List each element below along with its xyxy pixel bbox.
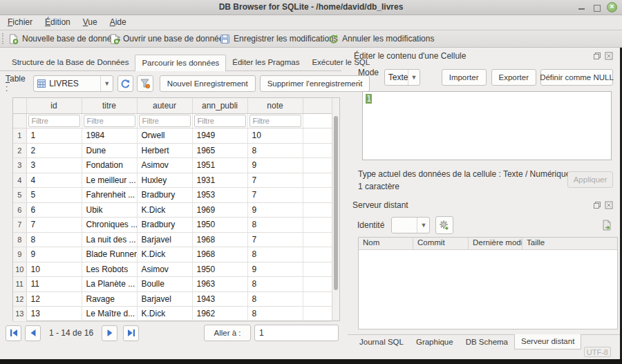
revert-changes-button[interactable]: Annuler les modifications <box>328 30 434 47</box>
grid-cell[interactable]: 8 <box>247 291 303 307</box>
grid-cell[interactable]: Asimov <box>137 262 192 277</box>
clear-filters-button[interactable] <box>137 75 153 92</box>
remote-col-nom[interactable]: Nom <box>359 238 413 249</box>
titlebar[interactable]: DB Browser for SQLite - /home/david/db_l… <box>0 0 622 15</box>
row-number[interactable]: 12 <box>13 291 26 307</box>
filter-input-auteur[interactable] <box>139 115 191 127</box>
grid-cell[interactable]: La nuit des ... <box>82 232 137 247</box>
grid-cell[interactable]: Bradbury <box>137 188 192 203</box>
grid-cell[interactable]: Blade Runner <box>82 247 137 262</box>
grid-cell[interactable]: 7 <box>247 188 303 203</box>
row-number[interactable]: 6 <box>13 202 26 218</box>
row-number[interactable]: 7 <box>13 218 26 233</box>
filter-input-titre[interactable] <box>84 115 135 127</box>
grid-cell[interactable]: Herbert <box>137 143 192 158</box>
grid-cell[interactable]: 8 <box>247 247 303 262</box>
export-button[interactable]: Exporter <box>491 69 536 86</box>
mode-select[interactable]: Texte ▼ <box>384 69 420 86</box>
grid-cell[interactable]: 10 <box>26 262 82 277</box>
grid-cell[interactable]: K.Dick <box>137 307 192 322</box>
table-select[interactable]: LIVRES ▼ <box>33 75 113 92</box>
tab-execute-sql[interactable]: Exécuter le SQL <box>305 55 376 71</box>
grid-cell[interactable]: 8 <box>247 218 303 233</box>
column-header-id[interactable]: id <box>26 98 82 113</box>
close-dock-icon[interactable] <box>605 201 613 209</box>
row-number[interactable]: 8 <box>13 232 26 247</box>
close-icon[interactable] <box>607 2 617 12</box>
open-database-button[interactable]: Ouvrir une base de données <box>109 30 227 47</box>
set-null-button[interactable]: Définir comme NULL <box>540 69 613 86</box>
grid-cell[interactable]: 3 <box>26 158 82 173</box>
grid-cell[interactable]: Asimov <box>137 158 192 173</box>
row-number[interactable]: 4 <box>13 173 26 188</box>
import-button[interactable]: Importer <box>442 69 487 86</box>
grid-cell[interactable]: Le meilleur ... <box>82 173 137 188</box>
grid-cell[interactable]: 8 <box>26 232 82 247</box>
clone-database-icon[interactable] <box>601 219 613 231</box>
column-header-auteur[interactable]: auteur <box>137 98 192 113</box>
next-page-button[interactable] <box>102 325 117 341</box>
row-number[interactable]: 2 <box>13 143 26 158</box>
grid-cell[interactable]: 1951 <box>192 158 247 173</box>
grid-cell[interactable]: 8 <box>247 307 303 322</box>
float-dock-icon[interactable] <box>593 52 601 60</box>
grid-cell[interactable]: 9 <box>247 262 303 277</box>
goto-input[interactable] <box>254 325 339 341</box>
grid-cell[interactable]: K.Dick <box>137 247 192 262</box>
grid-cell[interactable]: Huxley <box>137 173 192 188</box>
menu-edition[interactable]: Édition <box>39 15 77 30</box>
grid-cell[interactable]: Ravage <box>82 291 137 307</box>
grid-cell[interactable]: 13 <box>26 307 82 322</box>
new-database-button[interactable]: Nouvelle base de données <box>8 30 120 47</box>
grid-cell[interactable]: 5 <box>26 188 82 203</box>
tab-pragmas[interactable]: Éditer les Pragmas <box>226 55 305 71</box>
menu-fichier[interactable]: Fichier <box>1 15 39 30</box>
refresh-button[interactable] <box>117 75 133 92</box>
float-dock-icon[interactable] <box>593 201 601 209</box>
filter-input-note[interactable] <box>249 115 301 127</box>
goto-button[interactable]: Aller à : <box>204 325 251 341</box>
remote-col-taille[interactable]: Taille <box>522 238 617 249</box>
grid-cell[interactable]: 1962 <box>192 307 247 322</box>
grid-cell[interactable]: Les Robots <box>82 262 137 277</box>
grid-cell[interactable]: 1968 <box>192 247 247 262</box>
grid-cell[interactable]: 12 <box>26 291 82 307</box>
filter-input-id[interactable] <box>28 115 80 127</box>
grid-cell[interactable]: Barjavel <box>137 291 192 307</box>
row-number[interactable]: 5 <box>13 188 26 203</box>
remote-col-modif[interactable]: Dernière modific <box>469 238 522 249</box>
grid-cell[interactable]: Fondation <box>82 158 137 173</box>
identity-select[interactable]: ▼ <box>391 217 430 233</box>
grid-cell[interactable]: 11 <box>26 277 82 292</box>
grid-cell[interactable]: Le Maître d... <box>82 307 137 322</box>
row-number[interactable]: 13 <box>13 307 26 322</box>
cell-content-editor[interactable]: 1 <box>362 91 612 160</box>
tab-journal-sql[interactable]: Journal SQL <box>353 335 410 350</box>
grid-cell[interactable]: 1963 <box>192 277 247 292</box>
menu-vue[interactable]: Vue <box>77 15 104 30</box>
maximize-icon[interactable] <box>591 2 602 13</box>
column-header-note[interactable]: note <box>247 98 303 113</box>
grid-cell[interactable]: Bradbury <box>137 218 192 233</box>
remote-col-commit[interactable]: Commit <box>413 238 469 249</box>
grid-cell[interactable]: 7 <box>247 232 303 247</box>
identity-settings-button[interactable] <box>435 216 453 234</box>
grid-cell[interactable]: Dune <box>82 143 137 158</box>
grid-cell[interactable]: 2 <box>26 143 82 158</box>
grid-cell[interactable]: 10 <box>247 128 303 144</box>
row-number[interactable]: 3 <box>13 158 26 173</box>
grid-cell[interactable]: La Planète ... <box>82 277 137 292</box>
save-changes-button[interactable]: Enregistrer les modifications <box>220 30 338 47</box>
new-record-button[interactable]: Nouvel Enregistrement <box>160 75 256 92</box>
grid-cell[interactable]: 8 <box>247 143 303 158</box>
close-dock-icon[interactable] <box>605 52 613 60</box>
grid-cell[interactable]: Chroniques ... <box>82 218 137 233</box>
grid-cell[interactable]: 4 <box>26 173 82 188</box>
grid-cell[interactable]: Ubik <box>82 202 137 218</box>
row-number[interactable]: 10 <box>13 262 26 277</box>
grid-cell[interactable]: Barjavel <box>137 232 192 247</box>
grid-cell[interactable]: Fahrenheit ... <box>82 188 137 203</box>
grid-cell[interactable]: 1984 <box>82 128 137 144</box>
tab-db-schema[interactable]: DB Schema <box>460 335 514 350</box>
grid-cell[interactable]: K.Dick <box>137 202 192 218</box>
